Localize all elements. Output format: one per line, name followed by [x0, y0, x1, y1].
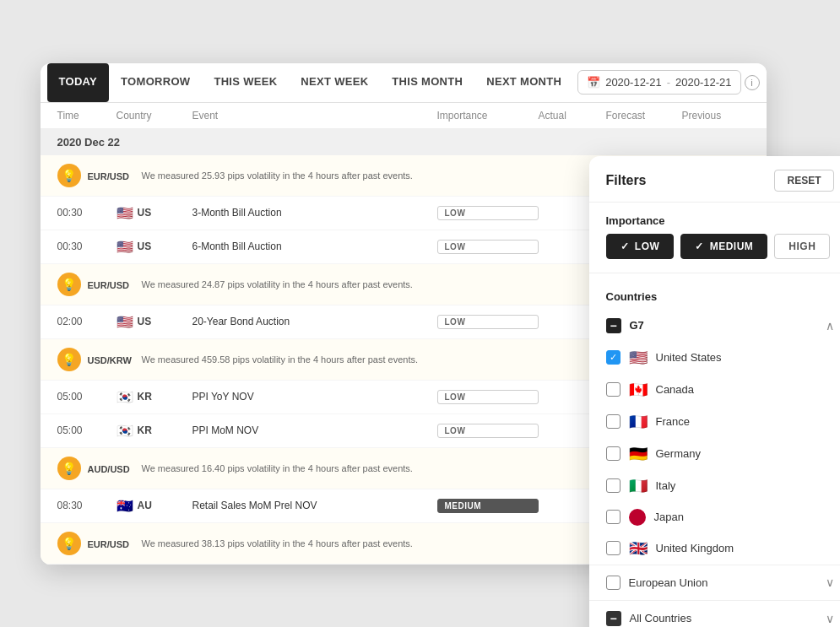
- event-name-3month: 3-Month Bill Auction: [192, 207, 437, 219]
- country-item-germany[interactable]: 🇩🇪 Germany: [589, 438, 841, 470]
- event-name-retail: Retail Sales MoM Prel NOV: [192, 500, 437, 511]
- col-actual: Actual: [539, 110, 606, 122]
- flag-italy: 🇮🇹: [629, 477, 648, 495]
- date-from: 2020-12-21: [605, 76, 662, 89]
- country-6month: 🇺🇸 US: [117, 239, 192, 255]
- info-icon[interactable]: i: [745, 75, 760, 90]
- checkbox-japan[interactable]: [606, 510, 621, 524]
- checkbox-usa[interactable]: ✓: [606, 350, 621, 365]
- country-name-usa: United States: [656, 351, 722, 364]
- importance-medium-btn[interactable]: ✓ MEDIUM: [680, 234, 767, 259]
- date-dash: -: [667, 76, 670, 89]
- event-name-ppi-mom: PPI MoM NOV: [192, 424, 437, 436]
- flag-ppi-yoy: 🇰🇷: [117, 389, 133, 405]
- outer-wrapper: TODAY TOMORROW THIS WEEK NEXT WEEK THIS …: [41, 63, 800, 565]
- importance-section-title: Importance: [589, 203, 841, 234]
- checkbox-canada[interactable]: [606, 382, 621, 397]
- vol-pair-label-4: AUD/USD: [88, 464, 130, 474]
- country-name-uk: United Kingdom: [656, 542, 734, 554]
- checkbox-italy[interactable]: [606, 478, 621, 493]
- countries-section-title: Countries: [589, 278, 841, 310]
- checkbox-france[interactable]: [606, 414, 621, 429]
- flag-canada: 🇨🇦: [629, 381, 648, 399]
- vol-pair-label-1: EUR/USD: [88, 171, 130, 181]
- checkbox-uk[interactable]: [606, 541, 621, 555]
- low-label: LOW: [635, 241, 660, 252]
- country-item-uk[interactable]: 🇬🇧 United Kingdom: [589, 532, 841, 565]
- country-item-canada[interactable]: 🇨🇦 Canada: [589, 374, 841, 406]
- vol-icon-4: 💡: [57, 457, 81, 480]
- low-checkmark: ✓: [621, 241, 630, 252]
- importance-buttons: ✓ LOW ✓ MEDIUM HIGH: [589, 234, 841, 268]
- country-name-france: France: [656, 415, 690, 428]
- flag-usa: 🇺🇸: [629, 349, 648, 367]
- all-countries-row[interactable]: − All Countries ∨: [589, 600, 841, 628]
- calendar-icon: 📅: [587, 76, 600, 89]
- flag-japan: [629, 509, 646, 526]
- country-item-italy[interactable]: 🇮🇹 Italy: [589, 470, 841, 502]
- vol-pair-1: 💡 EUR/USD: [57, 164, 133, 187]
- importance-high-btn[interactable]: HIGH: [774, 234, 830, 259]
- flag-uk: 🇬🇧: [629, 539, 648, 558]
- time-6month: 00:30: [57, 241, 117, 252]
- time-retail: 08:30: [57, 500, 117, 511]
- country-code-6month: US: [138, 241, 152, 252]
- vol-pair-5: 💡 EUR/USD: [57, 532, 133, 555]
- vol-icon-2: 💡: [57, 273, 81, 296]
- col-importance: Importance: [437, 110, 539, 122]
- eu-section-row[interactable]: European Union ∨: [589, 565, 841, 600]
- country-item-france[interactable]: 🇫🇷 France: [589, 406, 841, 438]
- nav-tomorrow[interactable]: TOMORROW: [109, 63, 202, 102]
- vol-pair-label-5: EUR/USD: [88, 539, 130, 549]
- nav-bar: TODAY TOMORROW THIS WEEK NEXT WEEK THIS …: [41, 63, 767, 103]
- time-3month: 00:30: [57, 207, 117, 219]
- eu-label: European Union: [629, 576, 708, 589]
- country-name-japan: Japan: [654, 511, 684, 523]
- country-name-canada: Canada: [656, 383, 695, 396]
- nav-today[interactable]: TODAY: [47, 63, 110, 102]
- importance-ppi-yoy: LOW: [437, 390, 539, 404]
- country-20year: 🇺🇸 US: [117, 314, 192, 330]
- country-code-ppi-yoy: KR: [138, 391, 152, 403]
- checkbox-eu[interactable]: [606, 576, 621, 590]
- nav-this-month[interactable]: THIS MONTH: [380, 63, 474, 102]
- flag-france: 🇫🇷: [629, 413, 648, 431]
- country-ppi-yoy: 🇰🇷 KR: [117, 389, 192, 405]
- importance-ppi-mom: LOW: [437, 424, 539, 438]
- all-countries-label: All Countries: [630, 612, 692, 624]
- importance-3month: LOW: [437, 206, 539, 220]
- event-name-20year: 20-Year Bond Auction: [192, 316, 437, 327]
- event-name-ppi-yoy: PPI YoY NOV: [192, 391, 437, 403]
- country-code-3month: US: [138, 207, 152, 219]
- importance-6month: LOW: [437, 240, 539, 254]
- country-item-usa[interactable]: ✓ 🇺🇸 United States: [589, 342, 841, 374]
- country-item-japan[interactable]: Japan: [589, 502, 841, 532]
- event-name-6month: 6-Month Bill Auction: [192, 241, 437, 252]
- col-country: Country: [117, 110, 192, 122]
- vol-pair-label-3: USD/KRW: [88, 355, 132, 365]
- nav-next-month[interactable]: NEXT MONTH: [474, 63, 573, 102]
- flag-3month: 🇺🇸: [117, 205, 133, 221]
- checkbox-germany[interactable]: [606, 446, 621, 461]
- reset-button[interactable]: RESET: [774, 170, 833, 192]
- importance-low-btn[interactable]: ✓ LOW: [606, 234, 675, 259]
- country-retail: 🇦🇺 AU: [117, 498, 192, 514]
- date-to: 2020-12-21: [675, 76, 732, 89]
- nav-next-week[interactable]: NEXT WEEK: [289, 63, 380, 102]
- eu-row-left: European Union: [606, 576, 708, 590]
- all-countries-left: − All Countries: [606, 611, 692, 626]
- filters-panel: Filters RESET Importance ✓ LOW ✓ MEDIUM …: [589, 156, 841, 628]
- time-20year: 02:00: [57, 316, 117, 327]
- col-previous: Previous: [682, 110, 750, 122]
- col-event: Event: [192, 110, 437, 122]
- country-code-20year: US: [138, 316, 152, 327]
- col-forecast: Forecast: [606, 110, 682, 122]
- country-3month: 🇺🇸 US: [117, 205, 192, 221]
- nav-this-week[interactable]: THIS WEEK: [202, 63, 289, 102]
- g7-group-left: − G7: [606, 318, 644, 333]
- importance-20year: LOW: [437, 315, 539, 329]
- date-range-picker[interactable]: 📅 2020-12-21 - 2020-12-21: [577, 70, 740, 95]
- g7-group-header[interactable]: − G7 ∧: [589, 310, 841, 342]
- g7-label: G7: [630, 319, 644, 332]
- all-countries-minus-icon: −: [606, 611, 621, 626]
